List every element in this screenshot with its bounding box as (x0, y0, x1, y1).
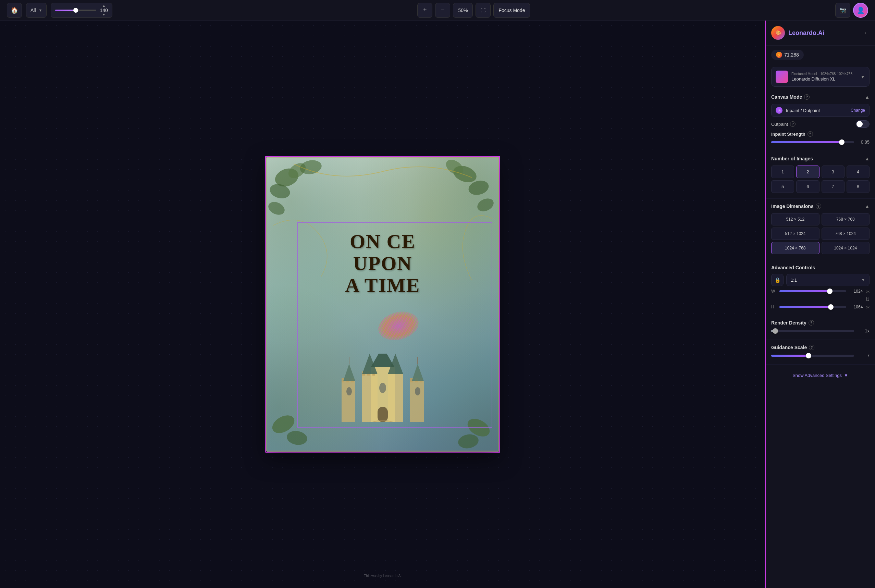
brush-size-slider-area: ▲ 140 ▼ (51, 3, 112, 18)
width-slider[interactable] (779, 290, 846, 292)
num-1-button[interactable]: 1 (771, 165, 794, 178)
main-content: ON CEUPONA TIME (0, 21, 875, 588)
num-2-button[interactable]: 2 (796, 165, 819, 178)
castle-illustration (335, 354, 431, 422)
height-slider[interactable] (779, 306, 846, 308)
dim-512x512-button[interactable]: 512 × 512 (771, 213, 820, 225)
render-density-slider[interactable] (771, 330, 854, 332)
num-8-button[interactable]: 8 (847, 180, 869, 193)
inpaint-strength-value: 0.85 (857, 140, 869, 145)
dim-1024x1024-button[interactable]: 1024 × 1024 (821, 242, 870, 254)
image-dimensions-collapse-icon[interactable]: ▲ (865, 204, 869, 209)
inpaint-strength-slider[interactable] (771, 141, 854, 143)
guidance-scale-slider-row: 7 (771, 353, 869, 358)
inpaint-strength-label: Inpaint Strength ? (771, 131, 869, 137)
height-value: 1064 (849, 304, 863, 309)
panel-back-button[interactable]: ← (863, 30, 869, 37)
width-unit: px (865, 289, 869, 293)
watermark: This was by Leonardo.Ai (364, 574, 402, 578)
brush-size-thumb[interactable] (73, 8, 78, 13)
height-label: H (771, 304, 777, 309)
image-dimensions-info-icon[interactable]: ? (816, 204, 821, 209)
num-5-button[interactable]: 5 (771, 180, 794, 193)
canvas-mode-section: Canvas Mode ? ▲ ◎ Inpaint / Outpaint Cha… (766, 89, 875, 151)
guidance-scale-slider[interactable] (771, 355, 854, 357)
canvas-mode-header: Canvas Mode ? ▲ (771, 94, 869, 100)
render-density-value: 1x (857, 328, 869, 333)
panel-header: 🎨 Leonardo.Ai ← (766, 21, 875, 46)
lock-icon: 🔒 (775, 277, 781, 283)
dim-1024x768-button[interactable]: 1024 × 768 (771, 242, 820, 254)
model-tag-label: Finetuned Model (791, 72, 817, 76)
zoom-out-button[interactable]: − (435, 3, 450, 18)
filter-select[interactable]: All ▼ (26, 3, 46, 18)
credits-icon: ⚡ (776, 52, 782, 58)
focus-mode-button[interactable]: Focus Mode (493, 3, 530, 18)
height-unit: px (865, 305, 869, 309)
canvas-mode-title: Canvas Mode ? (771, 94, 809, 100)
brush-size-slider[interactable] (55, 10, 96, 11)
brush-size-up[interactable]: ▲ (102, 4, 105, 8)
canvas-mode-info-icon[interactable]: ? (804, 94, 809, 100)
canvas-mode-collapse-icon[interactable]: ▲ (865, 94, 869, 100)
ratio-select[interactable]: 1:1 ▼ (786, 274, 869, 286)
camera-button[interactable]: 📷 (835, 3, 850, 18)
num-6-button[interactable]: 6 (796, 180, 819, 193)
outpaint-toggle[interactable] (856, 120, 869, 128)
width-thumb[interactable] (827, 288, 833, 294)
dim-512x1024-button[interactable]: 512 × 1024 (771, 228, 820, 240)
render-density-info-icon[interactable]: ? (809, 320, 814, 326)
show-advanced-settings-button[interactable]: Show Advanced Settings ▼ (771, 370, 869, 381)
guidance-scale-thumb[interactable] (806, 353, 811, 358)
canvas-image[interactable]: ON CEUPONA TIME (266, 157, 499, 452)
canvas-area[interactable]: ON CEUPONA TIME (0, 21, 766, 588)
show-advanced-label: Show Advanced Settings (793, 373, 842, 378)
inpaint-strength-slider-row: 0.85 (771, 140, 869, 145)
guidance-scale-info-icon[interactable]: ? (809, 345, 814, 350)
advanced-controls-title: Advanced Controls (771, 265, 869, 270)
book-title: ON CEUPONA TIME (284, 231, 482, 296)
right-panel: 🎨 Leonardo.Ai ← ⚡ 71,288 Finetuned Model… (766, 21, 875, 588)
user-avatar-button[interactable]: 👤 (853, 3, 868, 18)
zoom-in-button[interactable]: + (417, 3, 432, 18)
filter-label: All (30, 8, 36, 13)
credits-badge[interactable]: ⚡ 71,288 (771, 50, 804, 60)
render-density-title: Render Density ? (771, 320, 869, 326)
outpaint-info-icon[interactable]: ? (790, 121, 796, 127)
num-images-collapse-icon[interactable]: ▲ (865, 156, 869, 161)
dimensions-grid: 512 × 512 768 × 768 512 × 1024 768 × 102… (771, 213, 869, 254)
model-selector[interactable]: Finetuned Model 1024×768 1024×768 Leonar… (771, 67, 869, 87)
image-dimensions-title: Image Dimensions ? (771, 204, 821, 209)
toolbar-right: 📷 👤 (835, 3, 868, 18)
home-button[interactable]: 🏠 (7, 3, 22, 18)
ratio-row: 🔒 1:1 ▼ (771, 274, 869, 286)
fit-icon: ⛶ (481, 8, 485, 13)
width-row: W 1024 px (771, 289, 869, 294)
inpaint-strength-thumb[interactable] (839, 140, 845, 145)
svg-marker-28 (412, 364, 424, 381)
num-3-button[interactable]: 3 (821, 165, 845, 178)
num-7-button[interactable]: 7 (821, 180, 845, 193)
render-density-thumb[interactable] (773, 328, 778, 334)
avatar-icon: 👤 (857, 6, 865, 14)
plus-icon: + (423, 6, 427, 14)
svg-rect-13 (342, 381, 355, 422)
num-images-header: Number of Images ▲ (771, 156, 869, 161)
image-dimensions-header: Image Dimensions ? ▲ (771, 204, 869, 209)
inpaint-strength-info-icon[interactable]: ? (808, 131, 813, 137)
ratio-label: 1:1 (791, 278, 797, 283)
svg-rect-38 (378, 407, 388, 422)
dim-768x768-button[interactable]: 768 × 768 (821, 213, 870, 225)
brush-size-down[interactable]: ▼ (102, 13, 105, 16)
image-dimensions-section: Image Dimensions ? ▲ 512 × 512 768 × 768… (766, 199, 875, 260)
fit-screen-button[interactable]: ⛶ (475, 3, 491, 18)
dim-768x1024-button[interactable]: 768 × 1024 (821, 228, 870, 240)
height-thumb[interactable] (828, 304, 833, 310)
height-row: H 1064 px (771, 304, 869, 309)
num-4-button[interactable]: 4 (847, 165, 869, 178)
model-size: 1024×768 (821, 72, 836, 76)
lock-button[interactable]: 🔒 (771, 274, 784, 286)
guidance-scale-fill (771, 355, 809, 357)
swap-dimensions-icon[interactable]: ⇅ (863, 296, 869, 302)
change-mode-button[interactable]: Change (851, 108, 865, 113)
